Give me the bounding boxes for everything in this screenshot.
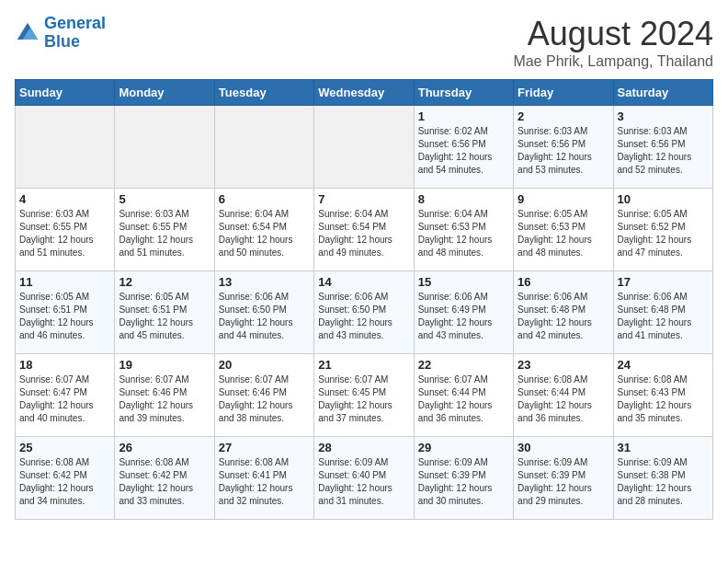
weekday-header-friday: Friday xyxy=(514,80,613,106)
day-number: 15 xyxy=(418,275,509,289)
day-number: 9 xyxy=(518,192,609,206)
day-info: Sunrise: 6:08 AMSunset: 6:44 PMDaylight:… xyxy=(518,373,609,425)
day-info: Sunrise: 6:08 AMSunset: 6:42 PMDaylight:… xyxy=(119,456,210,508)
day-info: Sunrise: 6:03 AMSunset: 6:56 PMDaylight:… xyxy=(518,125,609,177)
day-number: 2 xyxy=(518,109,609,123)
day-info: Sunrise: 6:07 AMSunset: 6:47 PMDaylight:… xyxy=(19,373,110,425)
day-info: Sunrise: 6:09 AMSunset: 6:40 PMDaylight:… xyxy=(318,456,409,508)
day-number: 31 xyxy=(618,441,709,454)
day-number: 26 xyxy=(119,441,210,454)
day-number: 8 xyxy=(418,192,509,206)
day-number: 18 xyxy=(19,358,110,372)
calendar-cell xyxy=(16,106,115,189)
calendar-week-4: 18Sunrise: 6:07 AMSunset: 6:47 PMDayligh… xyxy=(16,354,713,437)
calendar-cell: 6Sunrise: 6:04 AMSunset: 6:54 PMDaylight… xyxy=(214,189,313,271)
day-info: Sunrise: 6:02 AMSunset: 6:56 PMDaylight:… xyxy=(418,125,509,177)
day-number: 12 xyxy=(119,275,210,289)
day-info: Sunrise: 6:03 AMSunset: 6:55 PMDaylight:… xyxy=(119,208,210,259)
day-info: Sunrise: 6:09 AMSunset: 6:38 PMDaylight:… xyxy=(618,456,709,508)
calendar-cell: 12Sunrise: 6:05 AMSunset: 6:51 PMDayligh… xyxy=(115,271,214,354)
calendar-cell: 28Sunrise: 6:09 AMSunset: 6:40 PMDayligh… xyxy=(314,437,414,520)
day-number: 6 xyxy=(219,192,310,206)
day-number: 5 xyxy=(119,192,210,206)
day-number: 13 xyxy=(219,275,310,289)
weekday-header-row: SundayMondayTuesdayWednesdayThursdayFrid… xyxy=(16,80,713,106)
calendar-cell: 13Sunrise: 6:06 AMSunset: 6:50 PMDayligh… xyxy=(214,271,313,354)
calendar-cell: 10Sunrise: 6:05 AMSunset: 6:52 PMDayligh… xyxy=(613,189,712,271)
calendar-cell xyxy=(314,106,414,189)
logo: General Blue xyxy=(15,15,106,52)
day-info: Sunrise: 6:06 AMSunset: 6:50 PMDaylight:… xyxy=(318,291,409,342)
day-number: 29 xyxy=(418,441,509,454)
day-number: 21 xyxy=(318,358,409,372)
calendar-cell: 20Sunrise: 6:07 AMSunset: 6:46 PMDayligh… xyxy=(214,354,313,437)
calendar-cell: 27Sunrise: 6:08 AMSunset: 6:41 PMDayligh… xyxy=(214,437,313,520)
location: Mae Phrik, Lampang, Thailand xyxy=(513,53,713,70)
day-number: 4 xyxy=(19,192,110,206)
day-info: Sunrise: 6:05 AMSunset: 6:52 PMDaylight:… xyxy=(618,208,709,259)
calendar-cell: 2Sunrise: 6:03 AMSunset: 6:56 PMDaylight… xyxy=(514,106,613,189)
day-info: Sunrise: 6:07 AMSunset: 6:45 PMDaylight:… xyxy=(318,373,409,425)
calendar-cell: 11Sunrise: 6:05 AMSunset: 6:51 PMDayligh… xyxy=(16,271,115,354)
day-number: 3 xyxy=(618,109,709,123)
day-info: Sunrise: 6:06 AMSunset: 6:49 PMDaylight:… xyxy=(418,291,509,342)
day-number: 16 xyxy=(518,275,609,289)
day-number: 7 xyxy=(318,192,409,206)
day-number: 14 xyxy=(318,275,409,289)
day-number: 20 xyxy=(219,358,310,372)
calendar-cell: 7Sunrise: 6:04 AMSunset: 6:54 PMDaylight… xyxy=(314,189,414,271)
day-number: 24 xyxy=(618,358,709,372)
logo-icon xyxy=(15,20,40,46)
calendar-cell: 3Sunrise: 6:03 AMSunset: 6:56 PMDaylight… xyxy=(613,106,712,189)
calendar-week-1: 1Sunrise: 6:02 AMSunset: 6:56 PMDaylight… xyxy=(16,106,713,189)
calendar-cell: 8Sunrise: 6:04 AMSunset: 6:53 PMDaylight… xyxy=(414,189,513,271)
calendar-cell xyxy=(214,106,313,189)
weekday-header-saturday: Saturday xyxy=(613,80,712,106)
weekday-header-sunday: Sunday xyxy=(16,80,115,106)
day-info: Sunrise: 6:08 AMSunset: 6:43 PMDaylight:… xyxy=(618,373,709,425)
calendar-cell: 19Sunrise: 6:07 AMSunset: 6:46 PMDayligh… xyxy=(115,354,214,437)
calendar-cell: 1Sunrise: 6:02 AMSunset: 6:56 PMDaylight… xyxy=(414,106,513,189)
day-info: Sunrise: 6:09 AMSunset: 6:39 PMDaylight:… xyxy=(518,456,609,508)
calendar-cell: 30Sunrise: 6:09 AMSunset: 6:39 PMDayligh… xyxy=(514,437,613,520)
calendar-cell: 22Sunrise: 6:07 AMSunset: 6:44 PMDayligh… xyxy=(414,354,513,437)
day-number: 30 xyxy=(518,441,609,454)
calendar-cell: 4Sunrise: 6:03 AMSunset: 6:55 PMDaylight… xyxy=(16,189,115,271)
calendar-cell: 24Sunrise: 6:08 AMSunset: 6:43 PMDayligh… xyxy=(613,354,712,437)
calendar-week-2: 4Sunrise: 6:03 AMSunset: 6:55 PMDaylight… xyxy=(16,189,713,271)
day-info: Sunrise: 6:07 AMSunset: 6:44 PMDaylight:… xyxy=(418,373,509,425)
day-info: Sunrise: 6:06 AMSunset: 6:50 PMDaylight:… xyxy=(219,291,310,342)
day-info: Sunrise: 6:04 AMSunset: 6:53 PMDaylight:… xyxy=(418,208,509,259)
day-info: Sunrise: 6:06 AMSunset: 6:48 PMDaylight:… xyxy=(618,291,709,342)
day-info: Sunrise: 6:04 AMSunset: 6:54 PMDaylight:… xyxy=(219,208,310,259)
calendar-cell: 25Sunrise: 6:08 AMSunset: 6:42 PMDayligh… xyxy=(16,437,115,520)
month-year: August 2024 xyxy=(513,15,713,53)
day-info: Sunrise: 6:07 AMSunset: 6:46 PMDaylight:… xyxy=(119,373,210,425)
calendar-cell: 23Sunrise: 6:08 AMSunset: 6:44 PMDayligh… xyxy=(514,354,613,437)
day-number: 17 xyxy=(618,275,709,289)
day-number: 22 xyxy=(418,358,509,372)
calendar-cell: 21Sunrise: 6:07 AMSunset: 6:45 PMDayligh… xyxy=(314,354,414,437)
day-info: Sunrise: 6:05 AMSunset: 6:53 PMDaylight:… xyxy=(518,208,609,259)
day-info: Sunrise: 6:09 AMSunset: 6:39 PMDaylight:… xyxy=(418,456,509,508)
weekday-header-wednesday: Wednesday xyxy=(314,80,414,106)
calendar-cell: 15Sunrise: 6:06 AMSunset: 6:49 PMDayligh… xyxy=(414,271,513,354)
day-info: Sunrise: 6:05 AMSunset: 6:51 PMDaylight:… xyxy=(119,291,210,342)
calendar-cell: 31Sunrise: 6:09 AMSunset: 6:38 PMDayligh… xyxy=(613,437,712,520)
calendar-cell: 5Sunrise: 6:03 AMSunset: 6:55 PMDaylight… xyxy=(115,189,214,271)
calendar-table: SundayMondayTuesdayWednesdayThursdayFrid… xyxy=(15,79,713,520)
logo-text: General Blue xyxy=(44,15,106,52)
calendar-cell xyxy=(115,106,214,189)
day-info: Sunrise: 6:07 AMSunset: 6:46 PMDaylight:… xyxy=(219,373,310,425)
weekday-header-monday: Monday xyxy=(115,80,214,106)
title-block: August 2024 Mae Phrik, Lampang, Thailand xyxy=(513,15,713,70)
calendar-cell: 29Sunrise: 6:09 AMSunset: 6:39 PMDayligh… xyxy=(414,437,513,520)
calendar-week-5: 25Sunrise: 6:08 AMSunset: 6:42 PMDayligh… xyxy=(16,437,713,520)
day-info: Sunrise: 6:03 AMSunset: 6:55 PMDaylight:… xyxy=(19,208,110,259)
calendar-cell: 26Sunrise: 6:08 AMSunset: 6:42 PMDayligh… xyxy=(115,437,214,520)
day-info: Sunrise: 6:03 AMSunset: 6:56 PMDaylight:… xyxy=(618,125,709,177)
day-info: Sunrise: 6:04 AMSunset: 6:54 PMDaylight:… xyxy=(318,208,409,259)
calendar-cell: 17Sunrise: 6:06 AMSunset: 6:48 PMDayligh… xyxy=(613,271,712,354)
day-number: 10 xyxy=(618,192,709,206)
weekday-header-tuesday: Tuesday xyxy=(214,80,313,106)
